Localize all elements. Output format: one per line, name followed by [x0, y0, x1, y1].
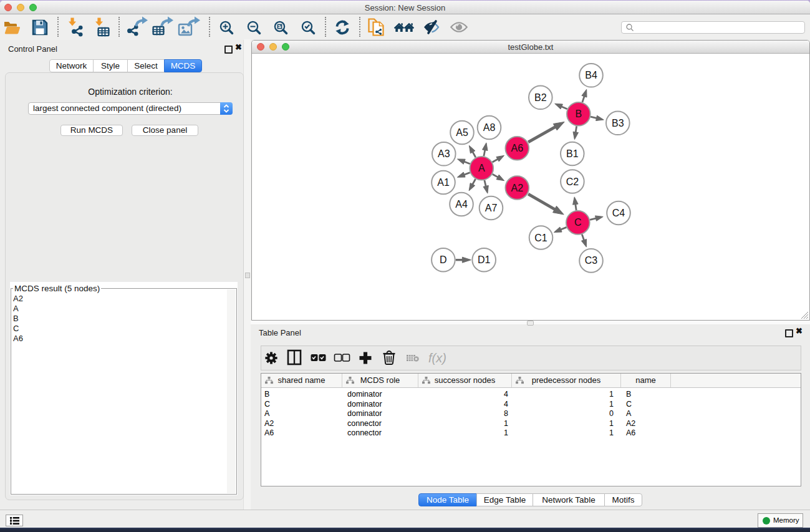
svg-text:B3: B3	[612, 118, 624, 128]
svg-text:A1: A1	[437, 177, 450, 188]
svg-text:C3: C3	[585, 255, 598, 266]
svg-text:D1: D1	[478, 254, 491, 265]
svg-text:D: D	[440, 254, 447, 265]
svg-text:A2: A2	[511, 183, 524, 193]
svg-text:f(x): f(x)	[428, 351, 446, 365]
svg-text:A8: A8	[483, 122, 496, 133]
svg-text:C1: C1	[534, 233, 547, 243]
svg-text:C: C	[574, 217, 582, 228]
svg-text:A: A	[478, 163, 485, 173]
svg-text:B1: B1	[566, 148, 579, 159]
svg-text:C4: C4	[612, 208, 625, 218]
svg-text:A3: A3	[438, 148, 450, 159]
svg-text:B2: B2	[534, 92, 547, 103]
svg-text:B: B	[575, 109, 582, 119]
svg-text:C2: C2	[566, 177, 579, 187]
svg-text:A7: A7	[485, 203, 498, 213]
svg-text:A5: A5	[456, 127, 468, 138]
svg-text:A4: A4	[455, 199, 468, 210]
svg-text:B4: B4	[585, 70, 597, 80]
svg-text:A6: A6	[511, 143, 524, 153]
